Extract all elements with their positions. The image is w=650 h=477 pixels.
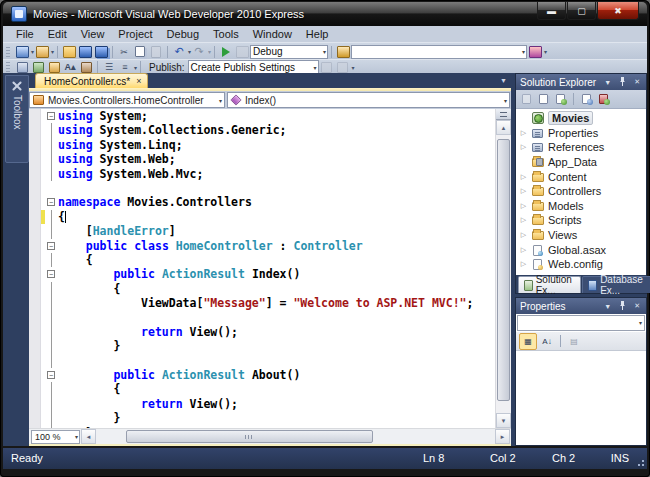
build-icon[interactable] [235, 45, 249, 58]
layer-icon[interactable] [31, 61, 45, 74]
solution-configurations-combo[interactable]: Debug ▾ [250, 45, 328, 59]
tab-solution-explorer[interactable]: Solution Ex... [518, 276, 581, 293]
properties-icon[interactable] [519, 92, 534, 106]
tab-database-explorer[interactable]: Database Ex... [582, 276, 650, 293]
redo-dropdown-icon[interactable]: ▾ [208, 48, 211, 55]
toolbar-overflow-icon[interactable]: ▾ [134, 64, 137, 71]
tree-item-web-config[interactable]: ▷Web.config [516, 257, 646, 272]
toolbox-tab[interactable]: Toolbox [5, 75, 29, 163]
save-icon[interactable] [78, 45, 92, 58]
edit-settings-icon[interactable] [336, 61, 350, 74]
menu-item-view[interactable]: View [74, 27, 112, 41]
tree-item-references[interactable]: ▷References [516, 140, 646, 155]
menu-item-tools[interactable]: Tools [206, 27, 246, 41]
collapse-icon[interactable]: − [47, 270, 55, 278]
toolbar-grip[interactable] [6, 47, 10, 57]
menu-item-help[interactable]: Help [299, 27, 336, 41]
expander-icon[interactable]: ▷ [519, 129, 528, 137]
auto-hide-pin-icon[interactable] [617, 301, 628, 311]
breakpoint-gutter[interactable] [29, 109, 41, 428]
vertical-scroll-thumb[interactable] [497, 139, 510, 401]
tree-item-controllers[interactable]: ▷Controllers [516, 184, 646, 199]
class-diagram-icon[interactable] [596, 92, 611, 106]
paste-icon[interactable] [149, 45, 163, 58]
find-combo[interactable]: ▾ [351, 45, 527, 59]
types-dropdown[interactable]: Movies.Controllers.HomeController ▾ [29, 92, 225, 108]
outlining-margin[interactable]: − [45, 368, 58, 382]
code-text-area[interactable]: −using System;using System.Collections.G… [41, 109, 495, 428]
menu-item-edit[interactable]: Edit [41, 27, 74, 41]
align-icon[interactable]: ☰ [102, 61, 116, 74]
view-code-icon[interactable] [579, 92, 594, 106]
editor-zoom-combo[interactable]: 100 % ▾ [31, 430, 80, 444]
expander-icon[interactable]: ▷ [519, 143, 528, 151]
menu-item-debug[interactable]: Debug [160, 27, 206, 41]
collapse-icon[interactable]: − [47, 242, 55, 250]
redo-icon[interactable]: ↷ [192, 45, 206, 58]
new-project-icon[interactable] [15, 45, 29, 58]
collapse-icon[interactable]: − [47, 112, 55, 120]
vertical-scrollbar[interactable]: ▲ ▼ [495, 109, 511, 428]
document-tab[interactable]: HomeController.cs* × [35, 73, 148, 88]
order-icon[interactable]: ≡ [118, 61, 132, 74]
code-editor[interactable]: −using System;using System.Collections.G… [29, 109, 511, 428]
document-list-dropdown-icon[interactable]: ▼ [500, 77, 507, 84]
expander-icon[interactable]: ▷ [519, 231, 528, 239]
categorized-icon[interactable]: ▦ [519, 333, 537, 350]
outlining-margin[interactable]: − [45, 239, 58, 253]
find-in-files-icon[interactable] [336, 45, 350, 58]
extension-manager-icon[interactable] [528, 45, 542, 58]
maximize-button[interactable]: ▢ [567, 2, 596, 20]
save-all-icon[interactable] [94, 45, 108, 58]
minimize-button[interactable]: ▬ [537, 2, 566, 20]
cut-icon[interactable]: ✂ [117, 45, 131, 58]
close-button[interactable]: ✖ [597, 2, 639, 20]
selection-icon[interactable] [15, 61, 29, 74]
menu-item-file[interactable]: File [9, 27, 41, 41]
expander-icon[interactable]: ▷ [519, 187, 528, 195]
publish-settings-combo[interactable]: Create Publish Settings ▾ [188, 60, 319, 74]
outlining-margin[interactable]: − [45, 109, 58, 123]
expander-icon[interactable]: ▷ [519, 202, 528, 210]
panel-close-icon[interactable]: ✕ [632, 302, 642, 310]
scroll-down-icon[interactable]: ▼ [496, 413, 511, 428]
tree-item-properties[interactable]: ▷Properties [516, 126, 646, 141]
vertical-scroll-track[interactable] [496, 135, 511, 413]
copy-icon[interactable] [133, 45, 147, 58]
publish-icon[interactable] [320, 61, 334, 74]
properties-grid[interactable] [516, 351, 646, 445]
menu-item-window[interactable]: Window [246, 27, 299, 41]
add-item-dropdown-icon[interactable]: ▾ [51, 48, 54, 55]
expander-icon[interactable]: ▷ [519, 260, 528, 268]
undo-icon[interactable]: ↶ [172, 45, 186, 58]
scroll-right-icon[interactable]: ► [495, 429, 510, 444]
expander-icon[interactable]: ▷ [519, 173, 528, 181]
add-item-icon[interactable] [35, 45, 49, 58]
format-painter-icon[interactable] [79, 61, 93, 74]
collapse-icon[interactable]: − [47, 198, 55, 206]
pointer-icon[interactable] [47, 61, 61, 74]
outlining-margin[interactable]: − [45, 267, 58, 281]
start-debugging-icon[interactable] [219, 45, 233, 58]
horizontal-scroll-track[interactable] [98, 430, 493, 443]
expander-icon[interactable]: ▷ [519, 246, 528, 254]
toolbar-grip[interactable] [6, 62, 10, 72]
window-position-dropdown-icon[interactable]: ▼ [602, 79, 613, 86]
properties-titlebar[interactable]: Properties ▼ ✕ [516, 298, 646, 314]
open-file-icon[interactable] [62, 45, 76, 58]
expander-icon[interactable]: ▷ [519, 216, 528, 224]
tree-item-app-data[interactable]: App_Data [516, 155, 646, 170]
scroll-up-icon[interactable]: ▲ [496, 120, 511, 135]
font-icon[interactable]: A▴ [63, 61, 77, 74]
alphabetical-icon[interactable]: A↓ [539, 334, 555, 349]
object-selector-combo[interactable]: ▾ [517, 315, 645, 331]
property-pages-icon[interactable]: ▤ [566, 334, 582, 349]
undo-dropdown-icon[interactable]: ▾ [188, 48, 191, 55]
menu-item-project[interactable]: Project [111, 27, 159, 41]
new-project-dropdown-icon[interactable]: ▾ [31, 48, 34, 55]
title-bar[interactable]: Movies - Microsoft Visual Web Developer … [3, 2, 647, 26]
tree-item-movies[interactable]: Movies [516, 111, 646, 126]
tab-close-icon[interactable]: × [136, 77, 141, 86]
tree-item-global-asax[interactable]: ▷Global.asax [516, 242, 646, 257]
solution-explorer-titlebar[interactable]: Solution Explorer ▼ ✕ [516, 74, 646, 90]
